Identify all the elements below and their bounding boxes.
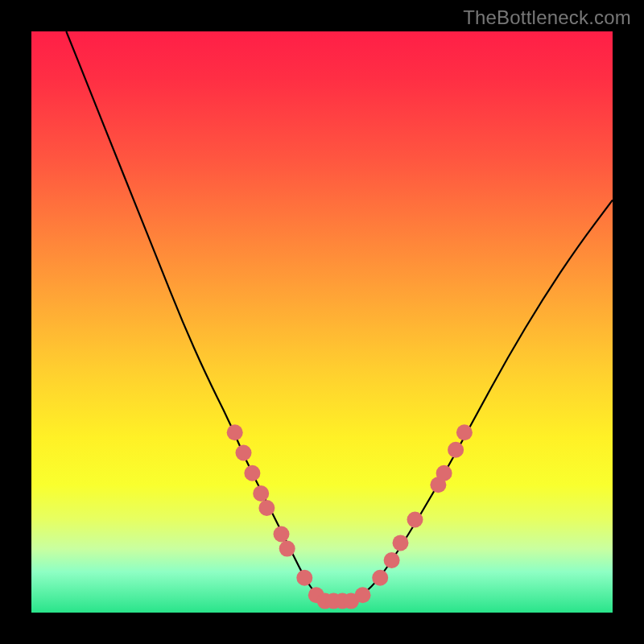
chart-overlay [31,31,613,613]
curve-marker [407,512,423,528]
curve-marker [372,570,388,586]
curve-marker [296,570,312,586]
curve-marker [274,526,290,543]
marker-group [227,424,473,609]
curve-marker [393,535,409,551]
curve-marker [384,552,400,568]
plot-area [31,31,613,613]
curve-marker [355,587,371,603]
curve-marker [279,541,295,557]
curve-marker [456,424,473,440]
curve-marker [227,424,243,440]
curve-marker [236,445,252,461]
curve-marker [244,465,260,481]
curve-marker [258,500,275,516]
curve-marker [253,485,269,502]
watermark-text: TheBottleneck.com [463,6,631,29]
curve-marker [448,442,464,458]
curve-marker [436,465,452,481]
chart-frame: TheBottleneck.com [0,0,644,644]
bottleneck-curve [66,31,613,601]
